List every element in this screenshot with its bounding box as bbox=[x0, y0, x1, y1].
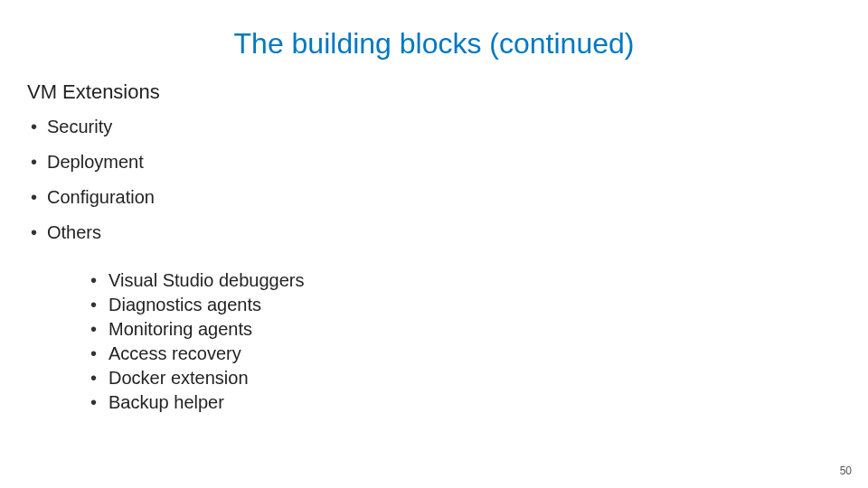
list-item: Security bbox=[27, 117, 841, 137]
list-item: Others bbox=[27, 222, 841, 243]
list-item: Visual Studio debuggers bbox=[90, 268, 841, 293]
list-item: Backup helper bbox=[90, 390, 841, 415]
main-list: Security Deployment Configuration Others bbox=[27, 117, 841, 243]
list-item: Configuration bbox=[27, 187, 841, 208]
slide: The building blocks (continued) VM Exten… bbox=[0, 0, 868, 488]
slide-subtitle: VM Extensions bbox=[27, 80, 841, 104]
sub-list: Visual Studio debuggers Diagnostics agen… bbox=[90, 268, 841, 415]
list-item: Deployment bbox=[27, 152, 841, 173]
page-number: 50 bbox=[840, 465, 852, 477]
list-item: Access recovery bbox=[90, 342, 841, 366]
list-item: Monitoring agents bbox=[90, 317, 841, 342]
list-item: Docker extension bbox=[90, 366, 841, 390]
slide-title: The building blocks (continued) bbox=[27, 27, 841, 61]
list-item: Diagnostics agents bbox=[90, 293, 841, 317]
